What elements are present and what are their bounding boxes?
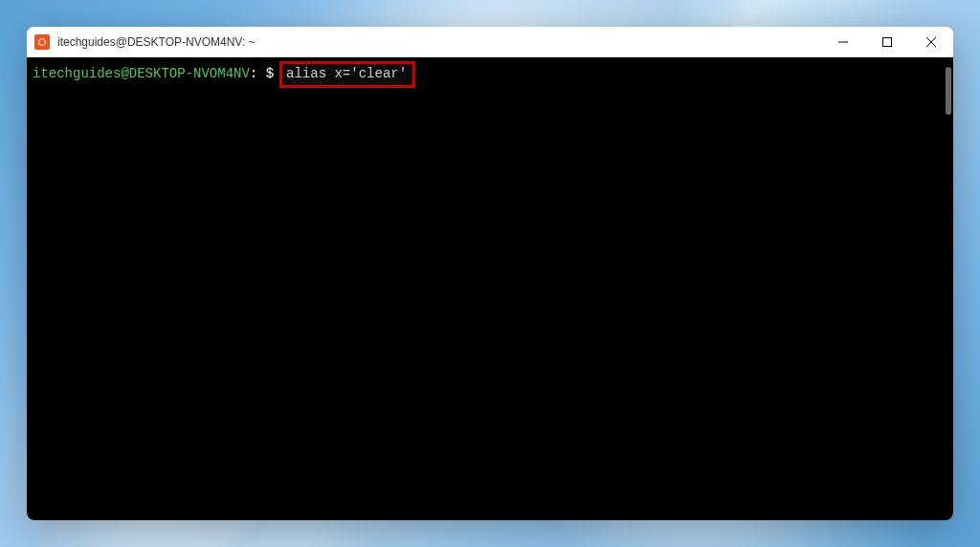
- close-button[interactable]: [909, 27, 953, 56]
- terminal-line: itechguides@DESKTOP-NVOM4NV: $ alias x='…: [33, 61, 947, 88]
- close-icon: [926, 37, 936, 47]
- window-controls: [821, 27, 953, 56]
- terminal-content[interactable]: itechguides@DESKTOP-NVOM4NV: $ alias x='…: [27, 57, 953, 520]
- minimize-button[interactable]: [821, 27, 865, 56]
- prompt-symbol: $: [266, 65, 274, 84]
- command-highlight-box: alias x='clear': [279, 61, 415, 88]
- window-title: itechguides@DESKTOP-NVOM4NV: ~: [57, 35, 821, 49]
- prompt-user-host: itechguides@DESKTOP-NVOM4NV: [33, 65, 250, 84]
- maximize-icon: [882, 37, 892, 47]
- prompt-path: [257, 65, 265, 84]
- maximize-button[interactable]: [865, 27, 909, 56]
- svg-rect-1: [883, 37, 892, 46]
- prompt-separator: :: [250, 65, 257, 84]
- window-titlebar[interactable]: itechguides@DESKTOP-NVOM4NV: ~: [27, 27, 953, 57]
- terminal-window: itechguides@DESKTOP-NVOM4NV: ~: [27, 27, 953, 520]
- command-text: alias x='clear': [286, 66, 407, 81]
- minimize-icon: [838, 37, 848, 47]
- terminal-scrollbar[interactable]: [946, 67, 951, 115]
- ubuntu-icon: [34, 34, 50, 50]
